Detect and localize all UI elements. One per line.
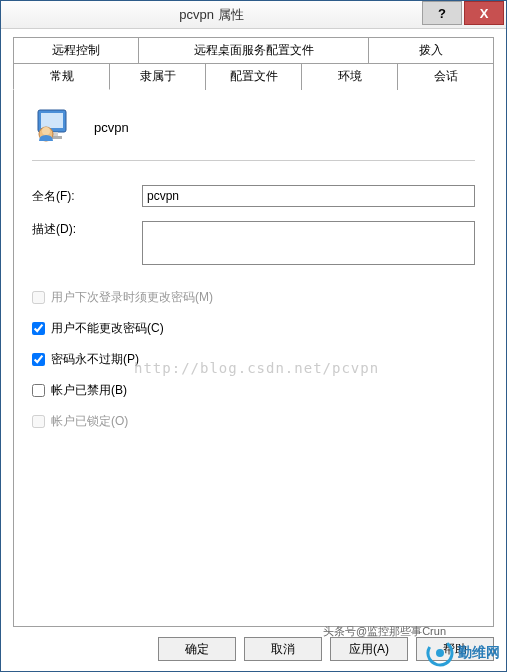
apply-button[interactable]: 应用(A) [330, 637, 408, 661]
checkbox-password-never-expires[interactable]: 密码永不过期(P) [32, 351, 475, 368]
user-icon [32, 106, 74, 148]
description-row: 描述(D): [32, 221, 475, 265]
checkbox-account-disabled-label: 帐户已禁用(B) [51, 382, 127, 399]
svg-point-5 [42, 127, 50, 135]
tab-environment[interactable]: 环境 [301, 63, 398, 90]
footer: 确定 取消 应用(A) 帮助 [1, 627, 506, 671]
tab-general[interactable]: 常规 [13, 63, 110, 90]
fullname-input[interactable] [142, 185, 475, 207]
tab-row-back: 远程控制 远程桌面服务配置文件 拨入 [13, 37, 494, 64]
description-label: 描述(D): [32, 221, 142, 238]
cancel-button[interactable]: 取消 [244, 637, 322, 661]
checkbox-must-change-password: 用户下次登录时须更改密码(M) [32, 289, 475, 306]
checkbox-account-locked: 帐户已锁定(O) [32, 413, 475, 430]
checkbox-password-never-expires-label: 密码永不过期(P) [51, 351, 139, 368]
tab-profile[interactable]: 配置文件 [205, 63, 302, 90]
svg-rect-1 [41, 113, 63, 128]
description-input[interactable] [142, 221, 475, 265]
help-button[interactable]: ? [422, 1, 462, 25]
checkbox-must-change-password-label: 用户下次登录时须更改密码(M) [51, 289, 213, 306]
titlebar-buttons: ? X [422, 1, 506, 28]
checkbox-cannot-change-password-label: 用户不能更改密码(C) [51, 320, 164, 337]
tab-remote-desktop-profile[interactable]: 远程桌面服务配置文件 [138, 37, 368, 64]
tab-content: pcvpn 全名(F): 描述(D): http://blog.csdn.net… [13, 90, 494, 627]
tabs-area: 远程控制 远程桌面服务配置文件 拨入 常规 隶属于 配置文件 环境 会话 [1, 29, 506, 90]
divider [32, 160, 475, 161]
tab-row-front: 常规 隶属于 配置文件 环境 会话 [13, 64, 494, 90]
user-name: pcvpn [94, 120, 129, 135]
checkbox-password-never-expires-input[interactable] [32, 353, 45, 366]
titlebar: pcvpn 属性 ? X [1, 1, 506, 29]
checkbox-cannot-change-password-input[interactable] [32, 322, 45, 335]
checkbox-account-locked-input [32, 415, 45, 428]
close-button[interactable]: X [464, 1, 504, 25]
ok-button[interactable]: 确定 [158, 637, 236, 661]
checkbox-account-disabled[interactable]: 帐户已禁用(B) [32, 382, 475, 399]
checkbox-must-change-password-input [32, 291, 45, 304]
checkbox-cannot-change-password[interactable]: 用户不能更改密码(C) [32, 320, 475, 337]
checkbox-group: 用户下次登录时须更改密码(M) 用户不能更改密码(C) 密码永不过期(P) 帐户… [32, 289, 475, 430]
user-header: pcvpn [32, 106, 475, 148]
fullname-row: 全名(F): [32, 185, 475, 207]
window-title: pcvpn 属性 [1, 6, 422, 24]
fullname-label: 全名(F): [32, 188, 142, 205]
checkbox-account-locked-label: 帐户已锁定(O) [51, 413, 128, 430]
tab-sessions[interactable]: 会话 [397, 63, 494, 90]
tab-memberof[interactable]: 隶属于 [109, 63, 206, 90]
checkbox-account-disabled-input[interactable] [32, 384, 45, 397]
tab-dialin[interactable]: 拨入 [368, 37, 494, 64]
tab-remote-control[interactable]: 远程控制 [13, 37, 139, 64]
help-button-footer[interactable]: 帮助 [416, 637, 494, 661]
